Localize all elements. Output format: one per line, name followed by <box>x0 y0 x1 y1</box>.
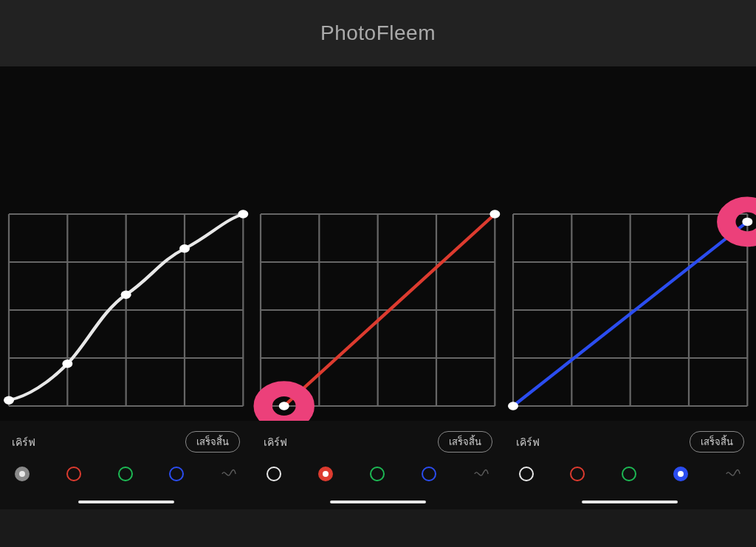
channel-row <box>516 466 744 482</box>
curve-grid[interactable] <box>261 214 495 406</box>
channel-blue[interactable] <box>673 467 688 481</box>
curve-point[interactable] <box>121 290 131 298</box>
done-button[interactable]: เสร็จสิ้น <box>438 431 492 453</box>
curve-point[interactable] <box>508 402 518 410</box>
channel-blue[interactable] <box>422 467 436 481</box>
curve-point[interactable] <box>4 396 14 404</box>
channel-green[interactable] <box>118 467 133 481</box>
channel-red[interactable] <box>66 467 81 481</box>
graph-area[interactable] <box>252 66 504 421</box>
curve-grid[interactable] <box>9 214 243 406</box>
app-title: PhotoFleem <box>320 21 436 45</box>
home-indicator <box>582 500 678 503</box>
channel-blue[interactable] <box>169 467 184 481</box>
curve-grid[interactable] <box>513 214 747 406</box>
controls: เคิร์ฟ เสร็จสิ้น <box>0 421 252 509</box>
home-indicator <box>78 500 174 503</box>
tool-label-curve: เคิร์ฟ <box>516 434 540 450</box>
tool-label-curve: เคิร์ฟ <box>12 434 35 450</box>
graph-area[interactable] <box>0 66 252 421</box>
channel-red[interactable] <box>570 467 585 481</box>
channel-row <box>12 466 240 482</box>
channel-white[interactable] <box>15 467 30 481</box>
curve-panel-blue: เคิร์ฟ เสร็จสิ้น <box>504 66 756 547</box>
curve-point[interactable] <box>62 359 72 368</box>
home-indicator <box>330 500 426 503</box>
channel-white[interactable] <box>519 467 534 481</box>
curve-point[interactable] <box>742 218 752 226</box>
curve-point[interactable] <box>238 210 248 218</box>
channel-green[interactable] <box>370 467 385 481</box>
header: PhotoFleem <box>0 0 756 66</box>
mixer-icon[interactable] <box>725 466 741 482</box>
curve-panel-red: เคิร์ฟ เสร็จสิ้น <box>252 66 504 547</box>
curve-point[interactable] <box>279 402 289 410</box>
mixer-icon[interactable] <box>473 466 489 482</box>
channel-red[interactable] <box>318 467 333 481</box>
curve-point[interactable] <box>179 244 190 252</box>
channel-row <box>264 466 492 482</box>
controls: เคิร์ฟ เสร็จสิ้น <box>504 421 756 509</box>
done-button[interactable]: เสร็จสิ้น <box>185 431 240 453</box>
curve-panel-white: เคิร์ฟ เสร็จสิ้น <box>0 66 252 547</box>
channel-green[interactable] <box>622 467 636 481</box>
tool-label-curve: เคิร์ฟ <box>264 434 287 450</box>
mixer-icon[interactable] <box>221 466 237 482</box>
panels-container: เคิร์ฟ เสร็จสิ้น <box>0 66 756 547</box>
controls: เคิร์ฟ เสร็จสิ้น <box>252 421 504 509</box>
curve-point[interactable] <box>490 210 501 218</box>
done-button[interactable]: เสร็จสิ้น <box>690 431 744 453</box>
graph-area[interactable] <box>504 66 756 421</box>
channel-white[interactable] <box>267 467 281 481</box>
